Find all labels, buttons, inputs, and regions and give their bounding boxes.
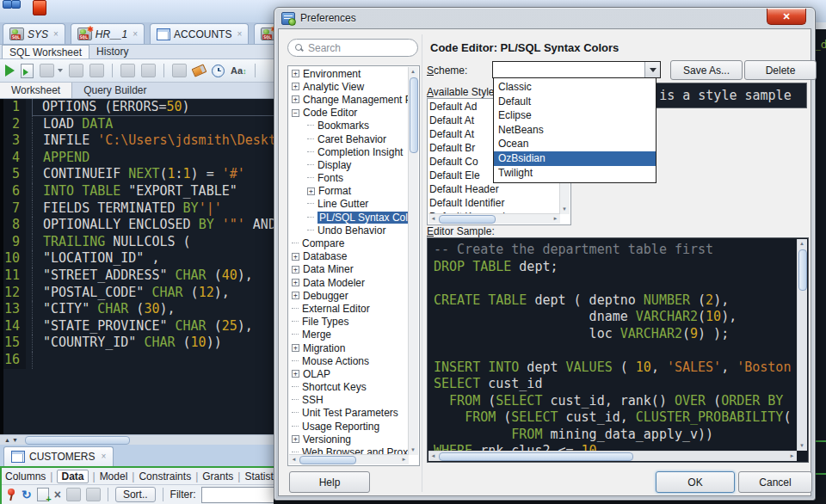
change-case-icon[interactable]: Aa↕ — [231, 65, 247, 76]
clear-icon[interactable] — [192, 64, 207, 77]
tree-item-data-miner[interactable]: +Data Miner — [288, 263, 410, 276]
tree-expand-icon[interactable]: + — [292, 344, 299, 352]
tree-item-migration[interactable]: +Migration — [288, 341, 410, 354]
dialog-titlebar[interactable]: Preferences — [274, 8, 815, 28]
scrollbar-thumb[interactable] — [439, 452, 633, 461]
scroll-up-icon[interactable]: ▲ — [798, 239, 806, 249]
commit-icon[interactable] — [66, 488, 81, 501]
tree-item-compare[interactable]: Compare — [288, 237, 410, 249]
rollback-icon[interactable] — [141, 64, 156, 77]
find-icon[interactable] — [11, 0, 21, 9]
tree-collapse-icon[interactable]: − — [292, 109, 299, 117]
freeze-pin-icon[interactable] — [6, 489, 16, 501]
tree-item-merge[interactable]: Merge — [288, 329, 410, 341]
search-input[interactable]: Search — [287, 39, 418, 57]
tree-expand-icon[interactable]: + — [292, 70, 299, 77]
splitter-down-icon[interactable]: ▼ — [12, 437, 18, 443]
chevron-down-icon[interactable] — [58, 69, 63, 72]
tree-item-code-editor[interactable]: −Code Editor — [288, 107, 410, 120]
dropdown-option-twilight[interactable]: Twilight — [494, 166, 656, 181]
unshared-worksheet-icon[interactable] — [172, 64, 187, 77]
explain-plan-icon[interactable] — [69, 64, 83, 77]
tree-item-ssh[interactable]: SSH — [288, 394, 410, 407]
sample-horizontal-scrollbar[interactable]: ◄ ► — [428, 451, 797, 461]
doc-tab-sys[interactable]: SYS× — [3, 23, 65, 44]
tree-item-line-gutter[interactable]: Line Gutter — [288, 198, 410, 211]
dropdown-option-netbeans[interactable]: NetBeans — [494, 123, 656, 138]
tree-item-shortcut-keys[interactable]: Shortcut Keys — [288, 381, 410, 394]
tree-item-format[interactable]: +Format — [288, 185, 410, 198]
dropdown-option-default[interactable]: Default — [494, 95, 656, 109]
tree-item-external-editor[interactable]: External Editor — [288, 302, 410, 315]
dropdown-option-ocean[interactable]: Ocean — [494, 137, 656, 151]
stop-icon[interactable] — [33, 0, 46, 15]
horizontal-scrollbar-thumb[interactable] — [25, 436, 130, 445]
delete-button[interactable]: Delete — [744, 60, 817, 80]
refresh-icon[interactable]: ↻ — [22, 489, 32, 501]
scroll-left-icon[interactable]: ◄ — [289, 455, 299, 464]
tree-horizontal-scrollbar[interactable]: ◄ ► — [289, 454, 409, 464]
tree-item-database[interactable]: +Database — [288, 250, 410, 263]
tree-item-data-modeler[interactable]: +Data Modeler — [288, 276, 410, 289]
scroll-right-icon[interactable]: ► — [551, 214, 560, 223]
tree-item-bookmarks[interactable]: Bookmarks — [288, 120, 410, 132]
customers-tab[interactable]: CUSTOMERS × — [3, 446, 114, 466]
tree-item-change-management-parameters[interactable]: +Change Management Parameters — [288, 93, 410, 106]
style-list-item[interactable]: Default Identifier — [429, 197, 560, 211]
subtab-model[interactable]: Model — [100, 470, 128, 482]
save-as-button[interactable]: Save As... — [670, 60, 743, 80]
close-icon[interactable]: × — [237, 30, 242, 39]
scrollbar-thumb[interactable] — [798, 249, 807, 291]
tree-item-unit-test-parameters[interactable]: Unit Test Parameters — [288, 407, 410, 420]
scrollbar-thumb[interactable] — [439, 215, 496, 224]
scrollbar-thumb[interactable] — [410, 77, 418, 153]
preferences-tree[interactable]: +Environment+Analytic View+Change Manage… — [287, 65, 420, 466]
dropdown-option-ozbsidian[interactable]: OzBsidian — [494, 151, 656, 166]
tree-expand-icon[interactable]: + — [292, 435, 299, 443]
tree-item-debugger[interactable]: +Debugger — [288, 289, 410, 302]
tree-item-completion-insight[interactable]: Completion Insight — [288, 145, 410, 158]
scrollbar-thumb[interactable] — [299, 456, 356, 464]
sql-tuning-icon[interactable] — [89, 64, 104, 77]
tab-worksheet[interactable]: Worksheet — [0, 83, 72, 98]
insert-row-icon[interactable] — [37, 488, 49, 501]
tree-item-mouse-actions[interactable]: Mouse Actions — [288, 354, 410, 367]
tree-vertical-scrollbar[interactable]: ▲ ▼ — [408, 67, 418, 455]
scroll-right-icon[interactable]: ► — [399, 455, 409, 464]
tree-item-undo-behavior[interactable]: Undo Behavior — [288, 224, 410, 237]
scroll-left-icon[interactable]: ◄ — [428, 452, 438, 460]
dropdown-option-classic[interactable]: Classic — [494, 80, 656, 95]
tree-expand-icon[interactable]: + — [292, 253, 299, 261]
tab-history[interactable]: History — [89, 45, 135, 58]
tree-item-usage-reporting[interactable]: Usage Reporting — [288, 420, 410, 433]
tree-expand-icon[interactable]: + — [307, 187, 315, 195]
autotrace-icon[interactable] — [40, 64, 54, 77]
sort-button[interactable]: Sort.. — [115, 487, 156, 502]
subtab-data[interactable]: Data — [57, 470, 88, 483]
close-icon[interactable]: × — [53, 30, 59, 39]
editor-sample-preview[interactable]: -- Create the department table firstDROP… — [427, 237, 809, 463]
style-list-item[interactable]: Default Header — [429, 183, 560, 197]
help-button[interactable]: Help — [289, 471, 370, 493]
combo-dropdown-button[interactable] — [644, 62, 660, 77]
cancel-button[interactable]: Cancel — [738, 471, 812, 493]
scroll-down-icon[interactable]: ▼ — [409, 446, 417, 455]
rollback-icon[interactable] — [86, 488, 101, 501]
tree-item-caret-behavior[interactable]: Caret Behavior — [288, 132, 410, 145]
scroll-down-icon[interactable]: ▼ — [560, 205, 569, 214]
tree-expand-icon[interactable]: + — [292, 83, 299, 90]
tab-sql-worksheet[interactable]: SQL Worksheet — [2, 45, 89, 58]
tree-item-olap[interactable]: +OLAP — [288, 367, 410, 380]
tree-item-analytic-view[interactable]: +Analytic View — [288, 80, 410, 93]
sql-history-icon[interactable] — [212, 65, 225, 77]
run-script-icon[interactable] — [21, 64, 34, 78]
subtab-constraints[interactable]: Constraints — [139, 470, 191, 482]
tree-expand-icon[interactable]: + — [292, 370, 299, 378]
scroll-right-icon[interactable]: ► — [787, 452, 797, 460]
dropdown-option-eclipse[interactable]: Eclipse — [494, 108, 656, 123]
ok-button[interactable]: OK — [656, 471, 735, 493]
close-icon[interactable]: × — [133, 30, 138, 39]
tree-item-file-types[interactable]: File Types — [288, 316, 410, 329]
subtab-columns[interactable]: Columns — [5, 470, 46, 482]
sample-vertical-scrollbar[interactable]: ▲ ▼ — [797, 239, 807, 451]
